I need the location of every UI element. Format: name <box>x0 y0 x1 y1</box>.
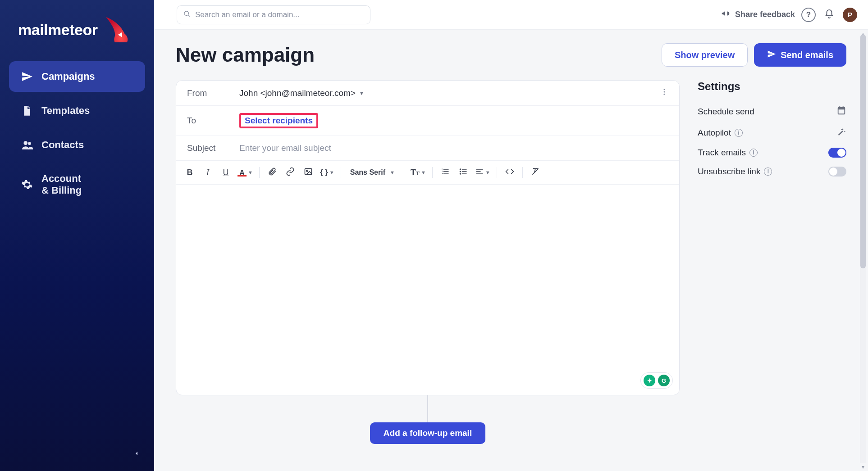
sidebar-item-label: Contacts <box>41 139 84 151</box>
toolbar-separator <box>341 167 341 178</box>
chevron-down-icon: ▼ <box>421 170 426 175</box>
setting-label: Autopilot <box>698 128 731 138</box>
megaphone-icon <box>721 9 731 21</box>
toolbar-separator <box>522 167 523 178</box>
italic-button[interactable]: I <box>200 164 216 181</box>
font-size-icon: TT <box>411 168 420 177</box>
bell-icon <box>824 9 834 21</box>
align-icon <box>475 167 484 178</box>
to-row: To Select recipients <box>176 106 679 136</box>
from-row-menu-button[interactable] <box>660 88 668 98</box>
svg-point-3 <box>664 91 665 93</box>
svg-point-0 <box>23 141 27 145</box>
setting-label: Unsubscribe link <box>698 167 760 177</box>
content: New campaign Show preview Send emails Fr… <box>154 30 868 471</box>
toolbar-separator <box>497 167 497 178</box>
color-swatch <box>238 175 247 177</box>
align-dropdown[interactable]: ▼ <box>473 167 492 178</box>
ordered-list-button[interactable] <box>437 164 453 181</box>
attach-button[interactable] <box>264 164 280 181</box>
from-value-text: John <john@mailmeteor.com> <box>239 88 356 98</box>
chevron-left-icon <box>133 450 140 459</box>
setting-unsubscribe-link: Unsubscribe link i <box>698 162 846 181</box>
underline-icon: U <box>223 168 229 177</box>
ordered-list-icon <box>441 167 450 178</box>
bold-icon: B <box>187 168 193 177</box>
setting-track-emails: Track emails i <box>698 143 846 162</box>
file-icon <box>21 104 33 117</box>
sidebar-item-campaigns[interactable]: Campaigns <box>9 61 145 92</box>
button-label: Show preview <box>675 50 735 60</box>
avatar[interactable]: P <box>843 8 857 22</box>
button-label: Add a follow-up email <box>384 428 472 438</box>
follow-up-section: Add a follow-up email <box>176 395 680 444</box>
scroll-thumb[interactable] <box>860 34 866 268</box>
add-follow-up-button[interactable]: Add a follow-up email <box>370 422 485 444</box>
button-label: Send emails <box>781 50 833 60</box>
from-value-dropdown[interactable]: John <john@mailmeteor.com> ▼ <box>239 88 364 98</box>
svg-point-8 <box>459 171 461 172</box>
subject-row: Subject <box>176 136 679 161</box>
clear-format-button[interactable] <box>527 164 544 181</box>
toolbar-separator <box>259 167 260 178</box>
assistant-badges: ✦ G <box>640 372 673 389</box>
font-family-dropdown[interactable]: Sans Serif ▼ <box>346 168 399 177</box>
subject-input[interactable] <box>239 143 668 153</box>
setting-autopilot[interactable]: Autopilot i <box>698 122 846 143</box>
font-size-dropdown[interactable]: TT ▼ <box>409 168 428 177</box>
paperclip-icon <box>268 167 277 178</box>
text-color-button[interactable]: A ▼ <box>236 169 255 177</box>
connector-line <box>427 395 428 422</box>
select-recipients-label: Select recipients <box>245 116 313 126</box>
code-button[interactable] <box>502 164 518 181</box>
setting-schedule-send[interactable]: Schedule send <box>698 101 846 122</box>
bullet-list-button[interactable] <box>455 164 471 181</box>
code-icon <box>505 167 514 178</box>
underline-button[interactable]: U <box>218 164 234 181</box>
notifications-button[interactable] <box>822 8 836 22</box>
avatar-initial: P <box>848 11 852 18</box>
svg-point-1 <box>28 142 31 145</box>
toolbar-separator <box>432 167 433 178</box>
sidebar: mailmeteor Campaigns Templates Contacts <box>0 0 154 471</box>
scrollbar[interactable]: ▴ ▾ <box>859 30 867 471</box>
send-emails-button[interactable]: Send emails <box>754 43 846 67</box>
gear-icon <box>21 178 33 191</box>
search-box[interactable] <box>177 5 370 24</box>
svg-point-4 <box>664 94 665 95</box>
search-input[interactable] <box>195 10 364 19</box>
italic-icon: I <box>206 168 209 177</box>
editor-body[interactable]: ✦ G <box>176 185 679 395</box>
logo[interactable]: mailmeteor <box>9 11 145 58</box>
calendar-icon <box>836 105 846 118</box>
bold-button[interactable]: B <box>182 164 198 181</box>
variable-button[interactable]: { } ▼ <box>318 168 336 177</box>
show-preview-button[interactable]: Show preview <box>662 43 748 67</box>
sidebar-collapse-button[interactable] <box>129 447 144 462</box>
setting-label: Track emails <box>698 148 746 158</box>
svg-point-9 <box>459 173 461 174</box>
composer-card: From John <john@mailmeteor.com> ▼ To <box>176 80 680 395</box>
sidebar-item-label: Templates <box>41 105 90 117</box>
help-button[interactable]: ? <box>801 8 816 22</box>
from-label: From <box>187 88 226 98</box>
share-feedback-button[interactable]: Share feedback <box>721 9 795 21</box>
svg-rect-5 <box>305 168 311 174</box>
editor-toolbar: B I U A ▼ <box>176 161 679 185</box>
topbar: Share feedback ? P <box>154 0 868 30</box>
grammarly-badge-icon[interactable]: G <box>658 375 670 386</box>
track-emails-toggle[interactable] <box>828 148 846 158</box>
sidebar-item-account-billing[interactable]: Account & Billing <box>9 164 145 206</box>
nav-list: Campaigns Templates Contacts Account & B… <box>9 61 145 206</box>
unsubscribe-toggle[interactable] <box>828 167 846 177</box>
clear-format-icon <box>531 167 540 178</box>
svg-point-6 <box>306 170 308 172</box>
sidebar-item-contacts[interactable]: Contacts <box>9 130 145 160</box>
hint-badge-icon[interactable]: ✦ <box>644 375 655 386</box>
sidebar-item-templates[interactable]: Templates <box>9 95 145 126</box>
link-button[interactable] <box>282 164 298 181</box>
image-icon <box>304 167 313 178</box>
magic-wand-icon <box>836 127 846 139</box>
image-button[interactable] <box>300 164 316 181</box>
select-recipients-button[interactable]: Select recipients <box>245 116 313 126</box>
